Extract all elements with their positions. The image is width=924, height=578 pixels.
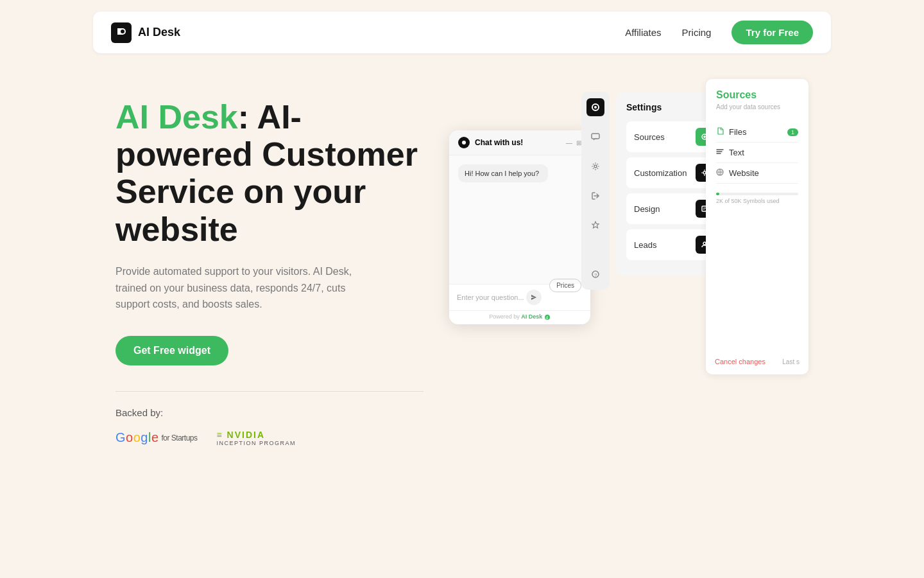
files-icon [716, 127, 724, 137]
settings-leads-label: Leads [634, 240, 656, 250]
nav-links: Affiliates Pricing Try for Free [625, 21, 813, 44]
hero-cta-button[interactable]: Get Free widget [116, 336, 228, 365]
powered-brand: AI Desk [521, 313, 542, 320]
google-logo: Google for Startups [116, 430, 198, 445]
logo-icon [111, 22, 132, 43]
chat-users[interactable]: ⊞ [576, 139, 581, 146]
svg-point-0 [121, 30, 124, 33]
chat-body: Hi! How can I help you? Prices [449, 155, 590, 284]
chat-bubble: Hi! How can I help you? [458, 164, 548, 182]
backed-label: Backed by: [116, 407, 424, 418]
settings-customization-label: Customization [634, 168, 687, 178]
progress-fill [716, 193, 719, 195]
svg-rect-3 [592, 134, 599, 139]
nvidia-backer: ≡ NVIDIA INCEPTION PROGRAM [217, 430, 296, 446]
sources-panel-subtitle: Add your data sources [716, 103, 798, 110]
chat-powered: Powered by AI Desk d [449, 310, 590, 324]
sources-panel-title: Sources [716, 89, 798, 101]
website-icon [716, 168, 724, 178]
chat-widget: Chat with us! — ⊞ Hi! How can I help you… [449, 130, 590, 324]
source-files-item[interactable]: Files 1 [716, 122, 798, 143]
chat-header: Chat with us! — ⊞ [449, 130, 590, 155]
chat-send-button[interactable] [526, 290, 542, 305]
hero-title-green: AI Desk [116, 98, 238, 136]
hero-section: AI Desk: AI-powered Customer Service on … [77, 79, 847, 446]
sidebar-icon-star [586, 216, 604, 234]
chat-minimize[interactable]: — [566, 139, 572, 146]
website-label: Website [729, 168, 759, 178]
logo-text: AI Desk [138, 26, 180, 39]
google-backer: Google for Startups [116, 430, 198, 445]
sidebar-icon-bottom: ? [586, 265, 604, 283]
chat-suggestion[interactable]: Prices [549, 279, 581, 292]
text-label: Text [729, 148, 744, 157]
svg-text:d: d [545, 315, 548, 319]
text-icon [716, 148, 724, 157]
backers: Google for Startups ≡ NVIDIA INCEPTION P… [116, 430, 424, 446]
svg-point-4 [594, 165, 597, 168]
sidebar-icons: ? [581, 92, 610, 290]
settings-sources-label: Sources [634, 132, 665, 142]
progress-label: 2K of 50K Symbols used [716, 198, 798, 204]
nvidia-logo-text: ≡ NVIDIA [217, 430, 266, 440]
sources-panel: Sources Add your data sources Files 1 Te… [706, 79, 809, 374]
hero-left: AI Desk: AI-powered Customer Service on … [116, 79, 424, 446]
chat-controls: — ⊞ [566, 139, 581, 146]
source-text-item[interactable]: Text [716, 143, 798, 163]
navigation: AI Desk Affiliates Pricing Try for Free [93, 12, 831, 53]
files-badge: 1 [787, 128, 798, 136]
svg-point-7 [462, 141, 466, 144]
hero-description: Provide automated support to your visito… [116, 263, 359, 313]
svg-point-2 [594, 106, 597, 109]
google-for-startups-label: for Startups [162, 434, 198, 442]
nav-affiliates[interactable]: Affiliates [625, 27, 661, 38]
sidebar-icon-chat [586, 128, 604, 146]
settings-design-label: Design [634, 204, 660, 214]
chat-dot-icon [458, 137, 470, 148]
logo: AI Desk [111, 22, 180, 43]
sidebar-icon-logout [586, 187, 604, 205]
sidebar-icon-gear [586, 157, 604, 175]
files-label: Files [729, 127, 746, 137]
svg-text:?: ? [594, 272, 597, 278]
source-website-item[interactable]: Website [716, 163, 798, 184]
hero-title: AI Desk: AI-powered Customer Service on … [116, 98, 424, 248]
cancel-changes-button[interactable]: Cancel changes [715, 358, 766, 365]
chat-title: Chat with us! [475, 138, 523, 147]
chat-input-placeholder: Enter your question... [457, 293, 524, 301]
progress-track [716, 193, 798, 195]
chat-footer: Enter your question... [449, 284, 549, 310]
nvidia-sub-text: INCEPTION PROGRAM [217, 440, 296, 446]
nav-pricing[interactable]: Pricing [682, 27, 712, 38]
hero-dashboard: ? Chat with us! — ⊞ Hi! How can I help y… [449, 79, 809, 426]
divider [116, 391, 424, 392]
progress-container: 2K of 50K Symbols used [716, 193, 798, 204]
chat-header-left: Chat with us! [458, 137, 523, 148]
nav-cta-button[interactable]: Try for Free [732, 21, 813, 44]
sidebar-icon-active [586, 98, 604, 116]
last-saved-label: Last s [782, 358, 800, 365]
